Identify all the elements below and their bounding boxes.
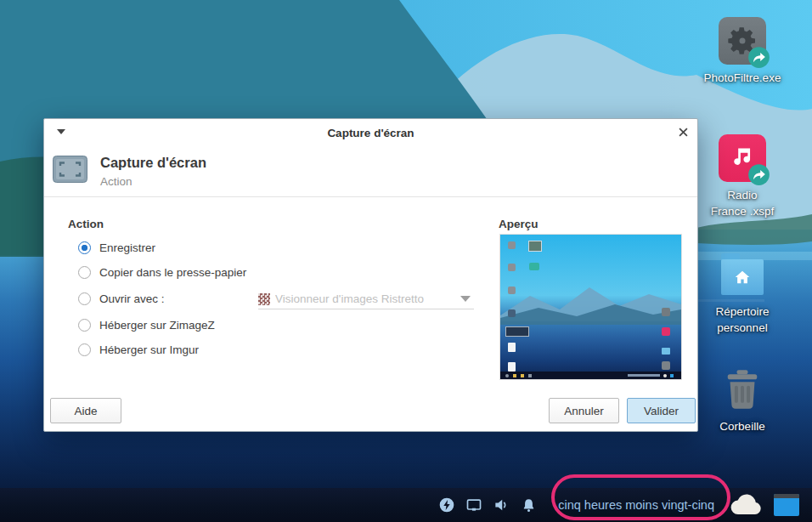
desktop-icon-label: Radio France .xspf	[710, 187, 775, 219]
help-button[interactable]: Aide	[50, 398, 121, 423]
mini-icon	[662, 308, 670, 316]
close-icon	[679, 128, 688, 137]
screenshot-frame-icon	[53, 156, 87, 186]
taskbar: cinq heures moins vingt-cinq	[0, 488, 812, 522]
desktop-icon-photofiltre[interactable]: PhotoFiltre.exe	[693, 17, 792, 86]
radio-heberger-zimagez[interactable]: Héberger sur ZimageZ	[78, 316, 215, 333]
radio-label: Héberger sur ZimageZ	[99, 319, 215, 332]
cancel-button[interactable]: Annuler	[549, 398, 619, 423]
radio-label: Copier dans le presse-papier	[99, 266, 246, 279]
radio-button-icon	[78, 292, 91, 305]
radio-button-icon	[78, 319, 91, 332]
radio-heberger-imgur[interactable]: Héberger sur Imgur	[78, 341, 199, 358]
preview-thumbnail	[500, 235, 681, 379]
desktop-icon-home[interactable]: Répertoire personnel	[693, 251, 792, 336]
mini-icon	[508, 241, 516, 249]
mini-taskbar	[500, 372, 681, 379]
cloud-weather-icon	[730, 494, 764, 517]
mini-icon	[508, 264, 516, 271]
radio-ouvrir-avec[interactable]: Ouvrir avec :	[78, 290, 165, 307]
volume-button[interactable]	[492, 496, 510, 514]
radio-enregistrer[interactable]: Enregistrer	[78, 239, 155, 256]
power-circle-icon	[438, 496, 455, 513]
mini-icon	[662, 361, 670, 370]
mini-icon	[508, 362, 516, 372]
dropdown-value: Visionneur d'images Ristretto	[275, 292, 455, 305]
radio-label: Héberger sur Imgur	[99, 343, 199, 356]
mini-icon	[529, 263, 539, 270]
radio-button-selected-icon	[78, 241, 91, 254]
screenshot-dialog: Capture d'écran Capture d'écran Action A…	[43, 118, 698, 432]
power-manager-button[interactable]	[437, 496, 456, 514]
bell-icon	[521, 497, 537, 513]
desktop-icon-label: Corbeille	[693, 418, 792, 434]
preview-section-label: Aperçu	[499, 218, 539, 230]
music-note-icon	[719, 134, 766, 182]
desktop-icon-label: Répertoire personnel	[693, 304, 792, 336]
preview-wallpaper	[500, 235, 681, 379]
dialog-titlebar: Capture d'écran	[44, 119, 697, 145]
validate-button[interactable]: Valider	[627, 398, 696, 423]
radio-label: Enregistrer	[99, 241, 155, 254]
mini-icon	[508, 287, 516, 294]
mini-icon	[662, 348, 670, 355]
mini-icon	[505, 326, 529, 337]
display-icon	[465, 496, 482, 513]
trash-icon	[719, 366, 766, 413]
weather-button[interactable]	[730, 496, 764, 514]
action-section-label: Action	[68, 218, 104, 230]
desktop-icon-radio-france[interactable]: Radio France .xspf	[710, 134, 775, 219]
home-folder-icon	[719, 251, 766, 298]
shortcut-arrow-icon	[747, 163, 770, 186]
desktop-icon-trash[interactable]: Corbeille	[693, 366, 792, 434]
open-with-dropdown[interactable]: Visionneur d'images Ristretto	[258, 289, 474, 309]
workspace-pager-icon[interactable]	[774, 494, 799, 516]
dialog-header-subtitle: Action	[100, 175, 133, 188]
mini-icon	[508, 343, 516, 352]
radio-label: Ouvrir avec :	[99, 292, 165, 305]
mini-icon	[662, 327, 670, 336]
volume-icon	[493, 496, 510, 513]
radio-copier-presse-papier[interactable]: Copier dans le presse-papier	[78, 264, 246, 281]
chevron-down-icon	[460, 296, 471, 302]
display-settings-button[interactable]	[465, 496, 483, 514]
dialog-header-title: Capture d'écran	[100, 155, 206, 171]
mini-icon	[528, 241, 542, 252]
radio-button-icon	[78, 266, 91, 279]
desktop-icon-label: PhotoFiltre.exe	[693, 70, 792, 86]
fuzzy-clock[interactable]: cinq heures moins vingt-cinq	[558, 498, 714, 512]
ristretto-app-icon	[258, 293, 270, 305]
close-button[interactable]	[674, 123, 691, 140]
radio-button-icon	[78, 343, 91, 356]
notifications-button[interactable]	[519, 496, 538, 514]
mini-icon	[508, 309, 516, 317]
dialog-title: Capture d'écran	[44, 119, 697, 145]
shortcut-arrow-icon	[747, 46, 770, 69]
header-separator	[44, 196, 697, 197]
gear-icon	[719, 17, 766, 65]
